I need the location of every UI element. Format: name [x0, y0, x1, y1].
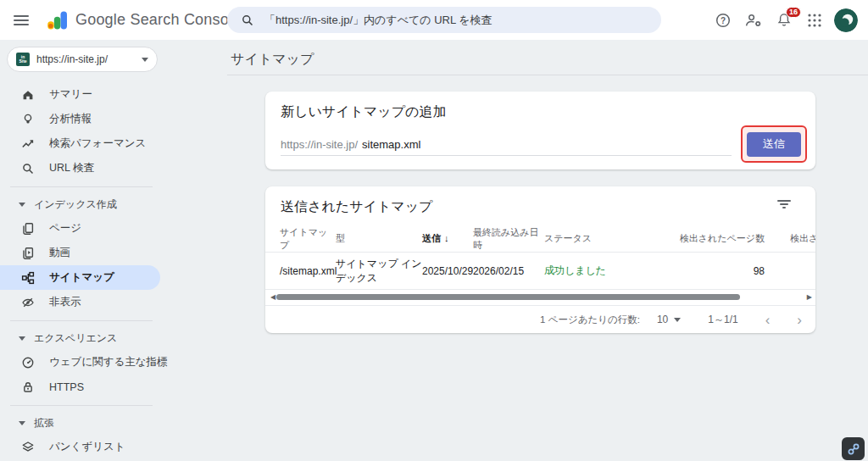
cell-type: サイトマップ インデックス — [336, 257, 422, 286]
eye-off-icon — [21, 296, 35, 309]
rows-per-page-select[interactable]: 10 — [657, 314, 681, 325]
next-page-button[interactable]: › — [797, 313, 802, 327]
submitted-sitemaps-title: 送信されたサイトマップ — [281, 198, 432, 216]
pages-icon — [21, 222, 35, 236]
link-icon — [847, 442, 860, 456]
column-header-discovered-pages[interactable]: 検出されたページ数 — [637, 232, 765, 245]
sitemap-url-value: sitemap.xml — [362, 138, 420, 151]
property-url: https://in-site.jp/ — [36, 53, 135, 65]
avatar[interactable] — [834, 8, 858, 32]
sidebar-item-breadcrumbs[interactable]: パンくずリスト — [0, 435, 160, 459]
top-header: Google Search Console 「https://in-site.j… — [0, 0, 868, 40]
help-icon: ? — [715, 12, 732, 29]
sitemap-tree-icon — [21, 271, 35, 285]
table-row[interactable]: /sitemap.xml サイトマップ インデックス 2025/10/29 20… — [265, 253, 815, 290]
scroll-right-icon[interactable]: ▶ — [807, 293, 812, 301]
section-enhancements[interactable]: 拡張 — [0, 412, 227, 435]
search-placeholder-text: 「https://in-site.jp/」内のすべての URL を検査 — [264, 13, 492, 28]
cell-status: 成功しました — [544, 264, 637, 278]
divider — [10, 320, 153, 321]
link-extension-button[interactable] — [842, 437, 865, 460]
sidebar-item-label: 動画 — [49, 246, 70, 260]
url-inspection-search-input[interactable]: 「https://in-site.jp/」内のすべての URL を検査 — [227, 7, 661, 33]
annotation-highlight-box: 送信 — [741, 125, 807, 163]
column-header-submitted[interactable]: 送信↓ — [422, 232, 473, 245]
layers-icon — [21, 441, 35, 454]
divider — [227, 75, 868, 75]
cell-sitemap: /sitemap.xml — [280, 265, 336, 277]
triangle-down-icon — [19, 421, 25, 425]
cell-submitted: 2025/10/29 — [422, 265, 473, 277]
cell-last-read: 2026/02/15 — [473, 265, 544, 277]
previous-page-button[interactable]: ‹ — [765, 313, 771, 327]
column-header-type[interactable]: 型 — [336, 232, 422, 245]
video-pages-icon — [21, 247, 35, 260]
cell-discovered-pages: 98 — [637, 265, 765, 277]
filter-icon[interactable] — [776, 200, 792, 212]
sidebar-item-removals[interactable]: 非表示 — [0, 290, 160, 314]
section-indexing[interactable]: インデックス作成 — [0, 193, 227, 216]
sidebar-item-pages[interactable]: ページ — [0, 216, 160, 241]
divider — [10, 405, 153, 406]
property-selector[interactable]: inSite https://in-site.jp/ — [7, 47, 158, 72]
sidebar-nav: サマリー 分析情報 検索パフォーマンス URL 検査 インデックス作成 ページ … — [0, 82, 227, 461]
triangle-down-icon — [19, 203, 25, 207]
help-button[interactable]: ? — [712, 9, 734, 31]
sidebar-item-label: 検索パフォーマンス — [49, 136, 146, 151]
page-range: 1～1/1 — [708, 313, 737, 327]
sidebar-item-label: サマリー — [49, 87, 92, 102]
search-console-logo-icon — [47, 10, 69, 31]
column-header-last-read[interactable]: 最終読み込み日時 — [473, 226, 544, 252]
notification-count-badge: 16 — [786, 7, 801, 18]
sidebar-item-label: URL 検査 — [49, 161, 94, 175]
column-header-discovered-more[interactable]: 検出され — [765, 232, 815, 245]
sidebar-item-sitemaps[interactable]: サイトマップ — [0, 265, 160, 290]
main-content: サイトマップ 新しいサイトマップの追加 https://in-site.jp/ … — [227, 40, 868, 461]
search-icon — [241, 14, 254, 27]
top-actions: ? 16 — [712, 0, 858, 40]
apps-grid-icon — [806, 12, 823, 29]
lock-icon — [21, 380, 35, 394]
sidebar-item-performance[interactable]: 検索パフォーマンス — [0, 131, 160, 156]
sidebar-item-url-inspection[interactable]: URL 検査 — [0, 156, 160, 181]
sidebar-item-videos[interactable]: 動画 — [0, 241, 160, 265]
submitted-sitemaps-card: 送信されたサイトマップ サイトマップ 型 送信↓ 最終読み込み日時 ステータス … — [265, 186, 815, 333]
sidebar-item-label: サイトマップ — [49, 270, 114, 285]
sidebar-item-label: 非表示 — [49, 295, 81, 309]
person-gear-icon — [744, 12, 763, 29]
hamburger-menu-icon[interactable] — [14, 15, 29, 25]
sidebar-item-insights[interactable]: 分析情報 — [0, 107, 160, 131]
add-sitemap-card: 新しいサイトマップの追加 https://in-site.jp/ sitemap… — [265, 92, 815, 169]
add-sitemap-title: 新しいサイトマップの追加 — [281, 103, 446, 121]
pagination-bar: 1 ページあたりの行数: 10 1～1/1 ‹ › — [265, 305, 815, 333]
sidebar: inSite https://in-site.jp/ サマリー 分析情報 検索パ… — [0, 40, 227, 461]
divider — [10, 186, 153, 187]
column-header-status[interactable]: ステータス — [544, 232, 637, 245]
submit-button[interactable]: 送信 — [747, 132, 801, 157]
app-title: Google Search Console — [75, 11, 241, 29]
sidebar-item-label: ページ — [49, 221, 81, 236]
sidebar-item-label: パンくずリスト — [49, 440, 125, 454]
home-icon — [21, 88, 35, 102]
section-experience[interactable]: エクスペリエンス — [0, 327, 227, 350]
svg-text:?: ? — [721, 15, 726, 25]
scrollbar-thumb[interactable] — [276, 294, 740, 300]
scroll-left-icon[interactable]: ◀ — [270, 293, 275, 301]
sidebar-item-label: HTTPS — [49, 381, 84, 393]
table-header-row: サイトマップ 型 送信↓ 最終読み込み日時 ステータス 検出されたページ数 検出… — [265, 225, 815, 253]
chevron-down-icon — [142, 58, 148, 62]
manage-users-button[interactable] — [743, 9, 765, 31]
sidebar-item-https[interactable]: HTTPS — [0, 375, 160, 399]
google-apps-button[interactable] — [804, 9, 826, 31]
sidebar-item-summary[interactable]: サマリー — [0, 82, 160, 107]
column-header-sitemap[interactable]: サイトマップ — [280, 226, 336, 252]
sitemap-url-prefix: https://in-site.jp/ — [281, 138, 358, 151]
sitemap-url-input[interactable]: https://in-site.jp/ sitemap.xml — [281, 134, 732, 156]
page-title: サイトマップ — [231, 51, 314, 69]
sidebar-item-label: 分析情報 — [49, 112, 92, 126]
triangle-down-icon — [19, 336, 25, 341]
sidebar-item-core-web-vitals[interactable]: ウェブに関する主な指標 — [0, 350, 160, 375]
horizontal-scrollbar: ◀ ▶ — [265, 290, 815, 305]
speedometer-icon — [21, 356, 35, 369]
notifications-button[interactable]: 16 — [773, 9, 795, 31]
